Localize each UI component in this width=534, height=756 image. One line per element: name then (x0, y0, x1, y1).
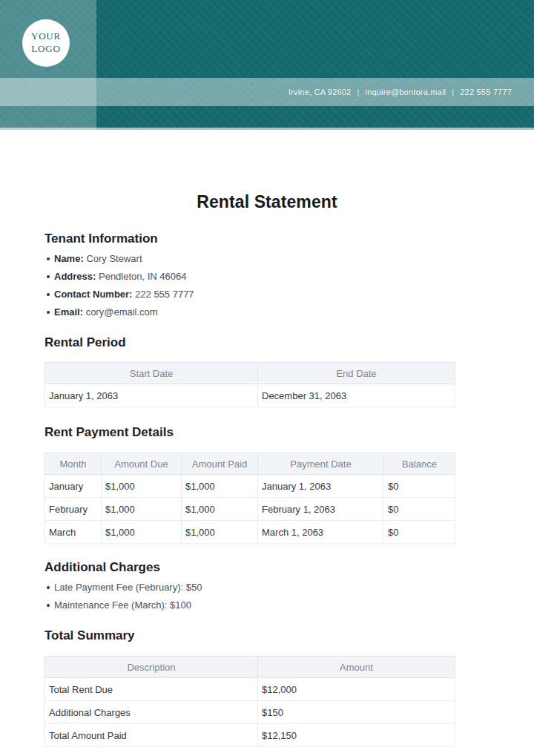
rental-period-heading: Rental Period (44, 335, 499, 350)
total-summary-section: Total Summary Description Amount Total R… (44, 628, 499, 747)
item-label: Email: (54, 306, 83, 318)
column-header: Payment Date (258, 453, 384, 475)
column-header: Amount (258, 657, 455, 678)
bullet-dot (47, 586, 50, 589)
table-cell: Total Amount Paid (45, 724, 258, 747)
item-label: Address: (54, 271, 96, 282)
list-item: Email: cory@email.com (44, 306, 499, 318)
bullet-dot (47, 604, 50, 607)
contact-separator: | (357, 88, 359, 96)
contact-separator: | (452, 88, 454, 96)
list-item: Name: Cory Stewart (44, 253, 499, 264)
bullet-dot (47, 257, 50, 260)
table-header-row: Month Amount Due Amount Paid Payment Dat… (45, 453, 455, 475)
tenant-info-heading: Tenant Information (44, 231, 499, 246)
item-value: Pendleton, IN 46064 (99, 271, 187, 282)
item-value: 222 555 7777 (135, 289, 194, 300)
item-value: Cory Stewart (86, 253, 142, 264)
header-banner: Irvine, CA 92602 | inquire@bontora.mail … (0, 0, 534, 130)
table-cell: February 1, 2063 (258, 498, 384, 521)
rent-payment-table: Month Amount Due Amount Paid Payment Dat… (44, 453, 455, 544)
page-title: Rental Statement (0, 192, 534, 212)
list-item: Contact Number: 222 555 7777 (44, 289, 499, 300)
table-cell: $12,150 (258, 724, 455, 747)
column-header: End Date (258, 363, 455, 384)
table-cell: Additional Charges (45, 701, 258, 724)
table-header-row: Start Date End Date (45, 363, 455, 384)
rental-statement-document: Irvine, CA 92602 | inquire@bontora.mail … (0, 0, 534, 756)
table-cell: $0 (384, 498, 455, 521)
table-row: February $1,000 $1,000 February 1, 2063 … (45, 498, 455, 521)
item-value: Maintenance Fee (March): $100 (54, 599, 191, 611)
column-header: Start Date (45, 363, 258, 384)
table-cell: December 31, 2063 (258, 384, 455, 407)
tenant-info-section: Tenant Information Name: Cory Stewart Ad… (44, 231, 499, 318)
item-label: Name: (54, 253, 84, 264)
table-row: March $1,000 $1,000 March 1, 2063 $0 (45, 521, 455, 544)
table-cell: January (45, 475, 102, 498)
table-row: Total Rent Due $12,000 (45, 678, 455, 701)
rent-payment-heading: Rent Payment Details (44, 425, 499, 440)
contact-bar: Irvine, CA 92602 | inquire@bontora.mail … (289, 78, 512, 106)
rental-period-section: Rental Period Start Date End Date Januar… (44, 335, 499, 407)
table-cell: $1,000 (102, 498, 182, 521)
table-cell: March (45, 521, 102, 544)
logo-line-1: YOUR (31, 30, 61, 43)
table-cell: $1,000 (102, 475, 182, 498)
bullet-dot (47, 311, 50, 314)
total-summary-heading: Total Summary (44, 628, 499, 643)
column-header: Amount Paid (182, 453, 258, 475)
column-header: Description (45, 657, 258, 678)
column-header: Amount Due (102, 453, 182, 475)
table-cell: $0 (384, 475, 455, 498)
additional-charges-list: Late Payment Fee (February): $50 Mainten… (44, 582, 499, 611)
table-cell: $1,000 (182, 475, 258, 498)
table-cell: $150 (258, 701, 455, 724)
column-header: Month (45, 453, 102, 475)
table-row: January $1,000 $1,000 January 1, 2063 $0 (45, 475, 455, 498)
bullet-dot (47, 275, 50, 278)
table-cell: January 1, 2063 (258, 475, 384, 498)
document-content: Tenant Information Name: Cory Stewart Ad… (0, 231, 499, 747)
additional-charges-heading: Additional Charges (44, 560, 499, 575)
table-row: Additional Charges $150 (45, 701, 455, 724)
table-row: Total Amount Paid $12,150 (45, 724, 455, 747)
item-value: cory@email.com (86, 306, 158, 318)
item-label: Contact Number: (54, 289, 132, 300)
table-cell: March 1, 2063 (258, 521, 384, 544)
tenant-info-list: Name: Cory Stewart Address: Pendleton, I… (44, 253, 499, 318)
logo-text: YOUR LOGO (31, 30, 61, 56)
table-cell: Total Rent Due (45, 678, 258, 701)
list-item: Address: Pendleton, IN 46064 (44, 271, 499, 282)
table-cell: February (45, 498, 102, 521)
additional-charges-section: Additional Charges Late Payment Fee (Feb… (44, 560, 499, 611)
table-cell: $1,000 (182, 521, 258, 544)
table-row: January 1, 2063 December 31, 2063 (45, 384, 455, 407)
total-summary-table: Description Amount Total Rent Due $12,00… (44, 656, 455, 747)
table-cell: $1,000 (102, 521, 182, 544)
list-item: Maintenance Fee (March): $100 (44, 599, 499, 611)
contact-phone: 222 555 7777 (460, 88, 512, 96)
contact-email: inquire@bontora.mail (366, 88, 446, 96)
bullet-dot (47, 293, 50, 296)
table-header-row: Description Amount (45, 657, 455, 678)
column-header: Balance (384, 453, 455, 475)
contact-location: Irvine, CA 92602 (289, 88, 352, 96)
list-item: Late Payment Fee (February): $50 (44, 582, 499, 593)
logo-line-2: LOGO (31, 43, 61, 56)
table-cell: January 1, 2063 (45, 384, 258, 407)
table-cell: $1,000 (182, 498, 258, 521)
item-value: Late Payment Fee (February): $50 (54, 582, 202, 593)
table-cell: $0 (384, 521, 455, 544)
logo: YOUR LOGO (22, 19, 70, 67)
header-bottom-edge (0, 128, 534, 130)
table-cell: $12,000 (258, 678, 455, 701)
rent-payment-section: Rent Payment Details Month Amount Due Am… (44, 425, 499, 544)
rental-period-table: Start Date End Date January 1, 2063 Dece… (44, 362, 455, 407)
